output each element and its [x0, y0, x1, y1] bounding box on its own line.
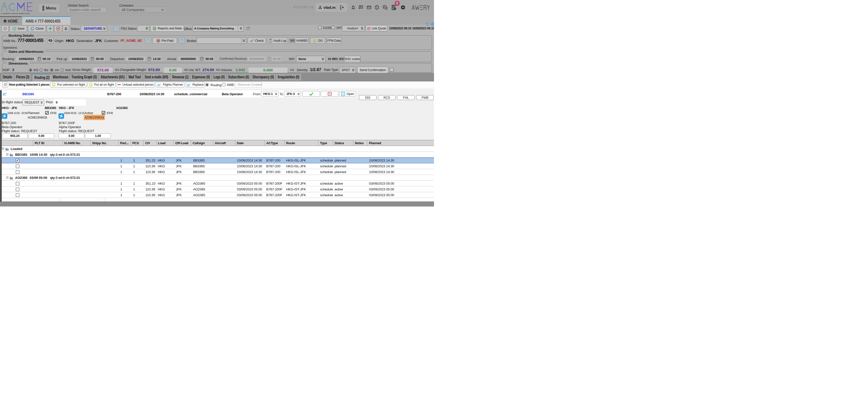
svg-text:?: ?	[384, 5, 385, 8]
svg-text:A COMPANY MAKING EVERYTHING: A COMPANY MAKING EVERYTHING	[1, 12, 30, 14]
